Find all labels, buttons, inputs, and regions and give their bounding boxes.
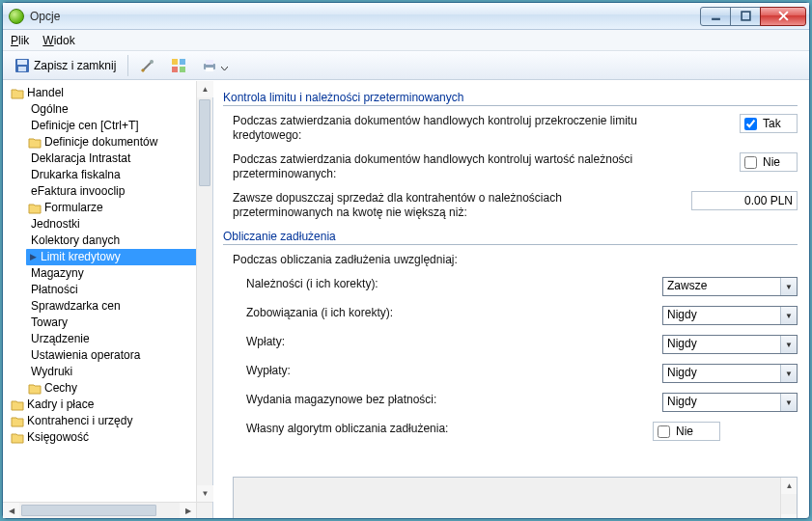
save-and-close-label: Zapisz i zamknij bbox=[34, 59, 116, 72]
tree-vertical-scrollbar[interactable]: ▲ ▼ bbox=[196, 81, 212, 502]
print-icon bbox=[202, 58, 217, 73]
textarea-vertical-scrollbar[interactable]: ▲ ▼ bbox=[780, 478, 797, 518]
label-wyplaty: Wypłaty: bbox=[246, 364, 639, 378]
tree-node-definicje-cen[interactable]: Definicje cen [Ctrl+T] bbox=[26, 118, 212, 134]
label-uwzgledniaj: Podczas obliczania zadłużenia uwzględnia… bbox=[233, 253, 798, 267]
label-dopuszczaj-sprzedaz: Zawsze dopuszczaj sprzedaż dla kontrahen… bbox=[233, 191, 639, 220]
input-kwota-limit[interactable] bbox=[691, 191, 798, 210]
folder-icon bbox=[11, 415, 24, 428]
tree-node-magazyny[interactable]: Magazyny bbox=[26, 265, 212, 282]
menu-widok[interactable]: Widok bbox=[42, 34, 74, 47]
checkbox-label: Tak bbox=[763, 117, 781, 130]
scroll-down-icon[interactable]: ▼ bbox=[197, 485, 213, 502]
tools-icon bbox=[140, 58, 155, 73]
svg-rect-7 bbox=[180, 59, 185, 65]
window-title: Opcje bbox=[30, 10, 701, 23]
folder-icon bbox=[11, 87, 24, 100]
svg-rect-4 bbox=[18, 67, 26, 71]
nav-tree[interactable]: Handel Ogólne Definicje cen [Ctrl+T] Def… bbox=[7, 85, 212, 501]
tree-node-deklaracja[interactable]: Deklaracja Intrastat bbox=[26, 151, 212, 167]
combo-value: Nigdy bbox=[663, 336, 780, 353]
tree-pane: Handel Ogólne Definicje cen [Ctrl+T] Def… bbox=[3, 81, 213, 518]
tree-node-ogolne[interactable]: Ogólne bbox=[26, 101, 212, 118]
folder-icon bbox=[28, 382, 42, 396]
checkbox-input[interactable] bbox=[744, 118, 757, 130]
components-icon bbox=[171, 58, 186, 73]
body-split: Handel Ogólne Definicje cen [Ctrl+T] Def… bbox=[3, 80, 809, 518]
combo-wydania-magazynowe[interactable]: Nigdy ▼ bbox=[662, 393, 798, 412]
chevron-down-icon[interactable]: ▼ bbox=[780, 365, 797, 382]
tree-node-definicje-dok[interactable]: Definicje dokumentów bbox=[26, 134, 212, 151]
app-icon bbox=[9, 9, 24, 24]
checkbox-kontroluj-limit[interactable]: Tak bbox=[740, 114, 798, 133]
scroll-up-icon[interactable]: ▲ bbox=[197, 81, 213, 97]
label-kontroluj-naleznosci: Podczas zatwierdzania dokumentów handlow… bbox=[233, 152, 639, 181]
tree-node-kontrahenci[interactable]: Kontrahenci i urzędy bbox=[9, 413, 212, 429]
combo-zobowiazania[interactable]: Nigdy ▼ bbox=[662, 306, 798, 325]
tree-node-formularze[interactable]: Formularze bbox=[26, 200, 212, 216]
menu-bar: Plik Widok bbox=[3, 30, 809, 51]
chevron-down-icon[interactable]: ▼ bbox=[780, 336, 797, 353]
svg-rect-1 bbox=[742, 12, 750, 20]
save-icon bbox=[14, 58, 30, 73]
combo-value: Zawsze bbox=[663, 278, 780, 295]
svg-rect-3 bbox=[17, 60, 27, 65]
tree-node-wydruki[interactable]: Wydruki bbox=[26, 364, 212, 380]
label-wydania-magazynowe: Wydania magazynowe bez płatności: bbox=[246, 393, 639, 407]
toolbar: Zapisz i zamknij bbox=[3, 51, 809, 80]
components-button[interactable] bbox=[165, 55, 192, 76]
label-naleznosci: Należności (i ich korekty): bbox=[246, 277, 639, 291]
minimize-button[interactable] bbox=[700, 7, 731, 26]
svg-rect-12 bbox=[206, 68, 213, 71]
tools-button[interactable] bbox=[134, 55, 161, 76]
label-zobowiazania: Zobowiązania (i ich korekty): bbox=[246, 306, 639, 320]
tree-node-efaktura[interactable]: eFaktura invooclip bbox=[26, 183, 212, 200]
algorithm-textarea[interactable]: ▲ ▼ ◀ ▶ bbox=[233, 477, 798, 518]
menu-plik[interactable]: Plik bbox=[11, 34, 29, 47]
tree-node-limit-kredytowy[interactable]: ▶Limit kredytowy bbox=[26, 249, 212, 265]
group-obliczanie-zadluzenia: Obliczanie zadłużenia bbox=[223, 230, 798, 245]
tree-node-ksiegowosc[interactable]: Księgowość bbox=[9, 429, 212, 446]
maximize-button[interactable] bbox=[730, 7, 761, 26]
app-window: Opcje Plik Widok Zapisz i zamknij bbox=[2, 2, 810, 519]
save-and-close-button[interactable]: Zapisz i zamknij bbox=[9, 55, 122, 76]
chevron-down-icon[interactable]: ▼ bbox=[780, 394, 797, 411]
svg-point-5 bbox=[150, 60, 154, 64]
tree-node-kadry[interactable]: Kadry i płace bbox=[9, 397, 212, 413]
checkbox-wlasny-algorytm[interactable]: Nie bbox=[653, 422, 720, 441]
tree-node-cechy[interactable]: Cechy bbox=[26, 380, 212, 397]
checkbox-input[interactable] bbox=[658, 425, 670, 438]
tree-node-urzadzenie[interactable]: Urządzenie bbox=[26, 331, 212, 347]
tree-node-platnosci[interactable]: Płatności bbox=[26, 282, 212, 298]
tree-node-towary[interactable]: Towary bbox=[26, 315, 212, 331]
tree-horizontal-scrollbar[interactable]: ◀ ▶ bbox=[3, 502, 196, 518]
scroll-right-icon[interactable]: ▶ bbox=[180, 503, 196, 518]
scroll-up-icon[interactable]: ▲ bbox=[781, 478, 798, 494]
chevron-down-icon[interactable]: ▼ bbox=[780, 278, 797, 295]
chevron-down-icon[interactable]: ▼ bbox=[780, 307, 797, 324]
combo-wplaty[interactable]: Nigdy ▼ bbox=[662, 335, 798, 354]
combo-value: Nigdy bbox=[663, 307, 780, 324]
close-button[interactable] bbox=[760, 7, 806, 26]
print-button[interactable] bbox=[196, 55, 234, 76]
scroll-left-icon[interactable]: ◀ bbox=[3, 503, 19, 518]
tree-node-jednostki[interactable]: Jednostki bbox=[26, 216, 212, 233]
group-kontrola-limitu: Kontrola limitu i należności przetermino… bbox=[223, 91, 798, 106]
tree-node-ustawienia-operatora[interactable]: Ustawienia operatora bbox=[26, 347, 212, 364]
arrow-right-icon: ▶ bbox=[28, 251, 38, 264]
tree-node-kolektory[interactable]: Kolektory danych bbox=[26, 233, 212, 249]
combo-wyplaty[interactable]: Nigdy ▼ bbox=[662, 364, 798, 383]
tree-node-handel[interactable]: Handel bbox=[9, 85, 212, 101]
label-kontroluj-limit: Podczas zatwierdzania dokumentów handlow… bbox=[233, 114, 639, 143]
title-bar: Opcje bbox=[3, 3, 809, 30]
checkbox-kontroluj-naleznosci[interactable]: Nie bbox=[740, 152, 798, 172]
scroll-thumb[interactable] bbox=[21, 505, 156, 516]
content-pane: Kontrola limitu i należności przetermino… bbox=[213, 81, 809, 518]
scroll-corner bbox=[196, 502, 212, 518]
scroll-down-icon[interactable]: ▼ bbox=[781, 514, 798, 518]
checkbox-input[interactable] bbox=[744, 156, 757, 169]
scroll-thumb[interactable] bbox=[199, 99, 210, 186]
tree-node-sprawdzarka[interactable]: Sprawdzarka cen bbox=[26, 298, 212, 315]
combo-naleznosci[interactable]: Zawsze ▼ bbox=[662, 277, 798, 296]
tree-node-drukarka[interactable]: Drukarka fiskalna bbox=[26, 167, 212, 183]
